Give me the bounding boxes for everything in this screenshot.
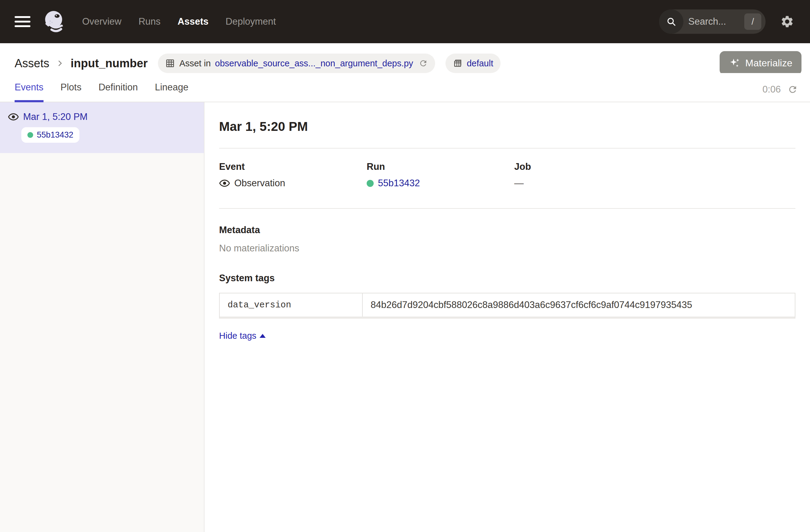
tab-definition[interactable]: Definition xyxy=(99,73,138,102)
nav-deployment[interactable]: Deployment xyxy=(226,16,276,27)
refresh-icon[interactable] xyxy=(788,84,798,95)
asset-location-pill: Asset in observable_source_ass..._non_ar… xyxy=(158,53,435,73)
metadata-section: Metadata No materializations xyxy=(219,225,795,254)
dagster-logo[interactable] xyxy=(42,9,67,34)
search-shortcut-key: / xyxy=(744,13,761,30)
repo-name-link[interactable]: default xyxy=(467,59,493,68)
run-column: Run 55b13432 xyxy=(367,161,514,189)
materialize-label: Materialize xyxy=(745,58,792,69)
eye-observation-icon xyxy=(8,111,19,122)
repo-pill[interactable]: default xyxy=(446,53,501,73)
system-tags-section: System tags data_version 84b26d7d9204cbf… xyxy=(219,273,795,341)
metadata-title: Metadata xyxy=(219,225,795,236)
caret-up-icon xyxy=(260,334,266,338)
event-column-header: Event xyxy=(219,161,367,172)
search-box[interactable]: / xyxy=(659,10,765,34)
eye-observation-icon xyxy=(219,178,230,189)
event-list-item-selected[interactable]: Mar 1, 5:20 PM 55b13432 xyxy=(0,102,204,153)
asset-location-prefix: Asset in xyxy=(179,59,211,68)
sparkle-icon xyxy=(729,57,740,69)
chevron-right-icon xyxy=(56,59,64,67)
run-id-link[interactable]: 55b13432 xyxy=(378,178,420,189)
event-type-value: Observation xyxy=(234,178,285,189)
tag-key-cell: data_version xyxy=(220,293,363,317)
asset-tabs-row: Events Plots Definition Lineage 0:06 xyxy=(0,73,810,102)
asset-name-title: input_number xyxy=(70,57,148,70)
metadata-empty-note: No materializations xyxy=(219,243,795,254)
run-status-dot xyxy=(367,180,374,187)
nav-assets[interactable]: Assets xyxy=(178,16,209,27)
event-detail-panel: Mar 1, 5:20 PM Event Observation Run 55b… xyxy=(205,102,810,532)
event-list-sidebar: Mar 1, 5:20 PM 55b13432 xyxy=(0,102,205,532)
run-id-label: 55b13432 xyxy=(37,130,73,140)
nav-overview[interactable]: Overview xyxy=(82,16,122,27)
hide-tags-label: Hide tags xyxy=(219,331,257,341)
breadcrumb: Assets input_number xyxy=(15,57,148,70)
breadcrumb-assets-link[interactable]: Assets xyxy=(15,57,49,70)
run-status-dot xyxy=(27,132,33,138)
hide-tags-link[interactable]: Hide tags xyxy=(219,331,266,341)
hamburger-menu-icon[interactable] xyxy=(15,16,30,27)
job-column: Job — xyxy=(514,161,795,189)
refresh-countdown: 0:06 xyxy=(763,84,781,95)
repo-icon xyxy=(453,59,463,68)
materialize-button[interactable]: Materialize xyxy=(719,51,801,75)
job-empty-value: — xyxy=(514,178,524,189)
table-grid-icon xyxy=(165,59,175,68)
primary-nav: Overview Runs Assets Deployment xyxy=(82,16,276,27)
tab-plots[interactable]: Plots xyxy=(61,73,82,102)
search-input[interactable] xyxy=(683,16,744,27)
tab-events[interactable]: Events xyxy=(15,73,44,102)
job-column-header: Job xyxy=(514,161,795,172)
nav-runs[interactable]: Runs xyxy=(139,16,160,27)
run-column-header: Run xyxy=(367,161,514,172)
settings-gear-icon[interactable] xyxy=(780,15,794,29)
system-tags-table: data_version 84b26d7d9204cbf588026c8a988… xyxy=(219,293,795,319)
reload-location-icon[interactable] xyxy=(419,59,428,68)
event-run-chip[interactable]: 55b13432 xyxy=(21,127,79,143)
event-timestamp: Mar 1, 5:20 PM xyxy=(23,111,87,122)
page-header: Assets input_number Asset in observable_… xyxy=(0,43,810,73)
system-tags-title: System tags xyxy=(219,273,795,284)
tab-lineage[interactable]: Lineage xyxy=(155,73,188,102)
tag-value-cell: 84b26d7d9204cbf588026c8a9886d403a6c9637c… xyxy=(363,293,795,317)
event-column: Event Observation xyxy=(219,161,367,189)
search-icon xyxy=(659,10,683,34)
event-detail-title: Mar 1, 5:20 PM xyxy=(219,119,795,134)
code-location-link[interactable]: observable_source_ass..._non_argument_de… xyxy=(215,59,413,68)
top-nav: Overview Runs Assets Deployment / xyxy=(0,0,810,43)
